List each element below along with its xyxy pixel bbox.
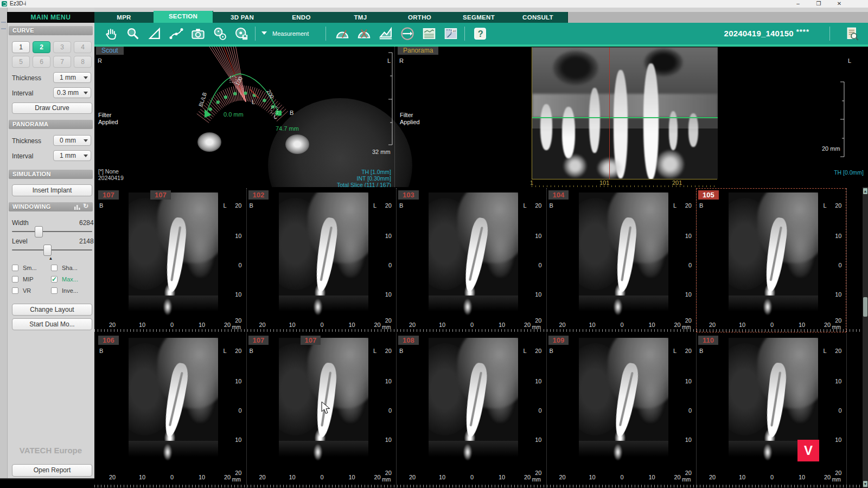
sidebar-collapse-rail[interactable] [0,8,8,479]
curve-interval-dropdown[interactable]: 0.3 mm [53,87,91,98]
ct-bite-highlight [163,299,172,315]
orientation-l: L [224,202,227,209]
scout-scale-label: 32 mm [372,149,391,155]
tab-segment[interactable]: SEGMENT [449,12,509,23]
angle-ruler-icon[interactable] [146,25,163,42]
tab-mpr[interactable]: MPR [94,12,154,23]
section-cell-107[interactable]: 107107BL201001020mm201001020 [96,188,246,332]
main-menu-header[interactable]: MAIN MENU [7,12,94,23]
histogram-icon[interactable] [74,204,81,210]
curve-interval-value: 0.3 mm [57,89,79,97]
checkbox-max[interactable]: ✓ [51,276,58,282]
collapse-arrow-icon[interactable]: ▲ [9,256,93,261]
start-dual-button[interactable]: Start Dual Mo... [12,318,92,330]
v-ruler-label: 0 [229,262,242,268]
ct-bite-highlight [463,299,472,315]
restore-icon[interactable]: ❐ [813,0,825,7]
scout-measure-end: 74.7 mm [276,125,299,132]
help-icon[interactable]: ? [472,25,488,42]
section-cell-110[interactable]: 110BL201001020mm201001020 [696,333,846,488]
tab-ortho[interactable]: ORTHO [390,12,450,23]
tab-tmj[interactable]: TMJ [331,12,391,23]
angle-measure-icon[interactable] [334,25,350,42]
layout-grid-icon[interactable]: 10 [443,25,459,42]
open-report-button[interactable]: Open Report [12,464,92,477]
pan-hand-icon[interactable] [103,25,119,42]
panorama-pane[interactable]: 1 101 201 Panorama R L Filter Applied 20… [394,47,868,187]
save-disc-icon[interactable] [233,25,250,42]
tab-3d-pan[interactable]: 3D PAN [213,12,272,23]
measurement-dropdown-icon[interactable] [261,31,267,35]
ct-root-canal [470,372,482,427]
draw-curve-button[interactable]: Draw Curve [12,102,92,114]
section-cell-103[interactable]: 103BL201001020mm201001020 [396,188,546,332]
h-ruler-label: 20 [521,322,534,328]
curve-button-2[interactable]: 2 [33,41,50,53]
close-icon[interactable]: ✕ [833,0,845,7]
profile-view-icon[interactable] [421,25,437,42]
section-cell-102[interactable]: 102BL201001020mm201001020 [246,188,397,332]
checkbox-vr[interactable] [12,287,18,294]
checkbox-inve[interactable] [51,287,58,294]
section-cell-109[interactable]: 109BL201001020mm201001020 [546,333,697,488]
h-ruler-label: 20 [671,474,684,480]
area-measure-icon[interactable] [378,25,394,42]
vertical-scrollbar[interactable]: ▲ ▼ [863,187,868,488]
scroll-down-icon[interactable]: ▼ [863,481,867,487]
ct-bone [786,212,815,277]
scout-pane[interactable]: Scout R L Filter Applied [*] None 202404… [94,47,394,187]
zoom-icon[interactable] [125,25,141,42]
level-slider[interactable] [12,249,92,251]
curve-draw-icon[interactable] [168,25,184,42]
v-ruler-label: 20 [229,348,242,354]
reset-windowing-icon[interactable]: ↻ [83,202,88,210]
taper-angle-icon[interactable] [356,25,372,42]
cell-separator [846,188,847,332]
section-cell-105[interactable]: 105BL201001020mm201001020 [696,188,846,332]
capture-icon[interactable] [190,25,206,42]
change-layout-button[interactable]: Change Layout [12,304,92,316]
h-ruler-label: 20 [371,474,384,480]
section-ct-image [279,338,368,464]
curve-button-1[interactable]: 1 [12,41,30,53]
section-cell-106[interactable]: 106BL201001020mm201001020 [96,333,246,488]
section-ct-image [279,192,368,318]
checkbox-sha[interactable] [51,265,58,271]
scout-tag-b: B [290,110,293,116]
measurement-dropdown-label[interactable]: Measurement [272,30,309,37]
checkbox-mip[interactable] [12,276,18,282]
width-slider-thumb[interactable] [35,226,43,237]
width-slider[interactable] [12,231,92,232]
section-cell-104[interactable]: 104BL201001020mm201001020 [546,188,697,332]
h-ruler-label: 0 [165,322,178,328]
h-ruler-label: 10 [736,474,749,480]
minimize-icon[interactable]: – [792,0,804,7]
curve-thickness-dropdown[interactable]: 1 mm [53,72,91,83]
export-3d-icon[interactable] [212,25,228,42]
tab-endo[interactable]: ENDO [272,12,331,23]
report-preview-icon[interactable] [844,25,860,42]
scout-pane-label: Scout [96,47,124,55]
tab-section[interactable]: SECTION [154,11,213,23]
v-ruler-label: 10 [529,291,542,298]
panorama-ct-image [532,47,718,179]
checkbox-label: Sha... [59,265,78,272]
pano-scale-label: 20 mm [822,145,840,152]
v-ruler-label: 0 [379,262,392,268]
scrollbar-thumb[interactable] [863,297,867,317]
scroll-up-icon[interactable]: ▲ [863,188,867,194]
checkbox-sm[interactable] [12,265,18,271]
v-ruler-label: 10 [379,291,392,298]
v-ruler-label: 20 [679,348,692,354]
slice-step-icon[interactable] [399,25,416,42]
orientation-b: B [399,202,403,209]
pano-thickness-dropdown[interactable]: 0 mm [53,135,91,146]
h-ruler-label: 10 [495,322,508,328]
tab-consult[interactable]: CONSULT [508,12,568,23]
pano-interval-dropdown[interactable]: 1 mm [53,150,91,161]
h-ruler-label: 10 [795,322,808,328]
insert-implant-button[interactable]: Insert Implant [12,184,92,196]
level-slider-thumb[interactable] [43,245,52,256]
section-cell-108[interactable]: 108BL201001020mm201001020 [396,333,546,488]
curve-button-8: 8 [74,56,92,68]
